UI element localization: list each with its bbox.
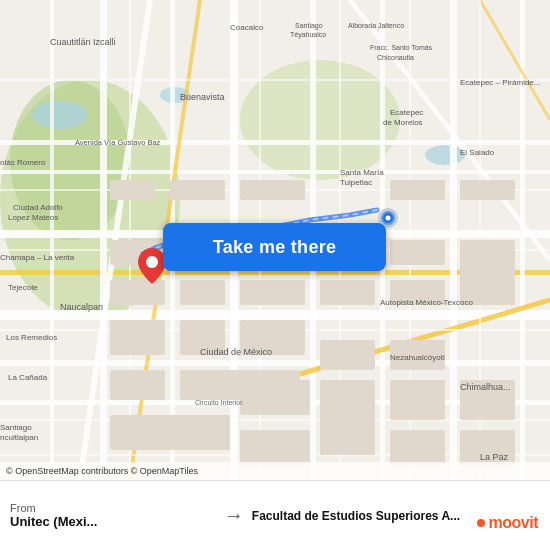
svg-rect-48 [390,240,445,265]
svg-rect-67 [240,430,310,465]
svg-text:La Cañada: La Cañada [8,373,48,382]
svg-text:El Salado: El Salado [460,148,495,157]
svg-text:Santiago: Santiago [295,22,323,30]
svg-rect-14 [100,0,107,480]
svg-text:Santiago: Santiago [0,423,32,432]
svg-rect-51 [460,240,515,305]
svg-rect-54 [320,340,375,370]
svg-text:Téyahualco: Téyahualco [290,31,326,39]
svg-text:Lopez Mateos: Lopez Mateos [8,213,58,222]
svg-rect-52 [110,370,165,400]
take-me-there-button[interactable]: Take me there [163,223,386,271]
svg-rect-43 [240,280,305,305]
take-me-there-label: Take me there [213,237,337,258]
svg-text:Chamapa – La venta: Chamapa – La venta [0,253,75,262]
svg-text:Ecatepec: Ecatepec [390,108,423,117]
svg-text:Ecatepec – Pirámide...: Ecatepec – Pirámide... [460,78,540,87]
svg-rect-60 [460,180,515,200]
svg-text:Ciudad Adolfo: Ciudad Adolfo [13,203,63,212]
svg-text:olás Romero: olás Romero [0,158,46,167]
svg-text:Chimalhua...: Chimalhua... [460,382,511,392]
moovit-dot [477,519,485,527]
svg-rect-13 [0,170,550,174]
moovit-logo: moovit [477,514,538,532]
svg-point-4 [32,101,88,129]
svg-point-103 [386,216,391,221]
svg-rect-49 [320,280,375,305]
svg-text:Autopista México-Texcoco: Autopista México-Texcoco [380,298,473,307]
svg-text:La Paz: La Paz [480,452,509,462]
from-name: Unitec (Mexi... [10,514,216,529]
svg-rect-19 [450,0,457,480]
svg-rect-42 [180,280,225,305]
moovit-brand-text: moovit [489,514,538,532]
svg-rect-59 [390,180,445,200]
svg-text:Nezahualcóyotl: Nezahualcóyotl [390,353,445,362]
svg-text:Los Remedios: Los Remedios [6,333,57,342]
route-arrow: → [216,504,252,527]
svg-rect-10 [0,360,550,366]
bottom-bar: From Unitec (Mexi... → Facultad de Estud… [0,480,550,550]
svg-text:Fracc. Santo Tomás: Fracc. Santo Tomás [370,44,433,51]
svg-text:Naucalpan: Naucalpan [60,302,103,312]
arrow-icon: → [224,504,244,527]
svg-point-104 [146,256,158,268]
svg-text:Tulpetlac: Tulpetlac [340,178,372,187]
from-label: From [10,502,216,514]
svg-text:Avenida Vía Gustavo Baz: Avenida Vía Gustavo Baz [75,138,161,147]
svg-text:Santa María: Santa María [340,168,384,177]
osm-attribution-text: © OpenStreetMap contributors © OpenMapTi… [6,466,198,476]
svg-rect-56 [110,180,155,200]
svg-text:Ciudad de México: Ciudad de México [200,347,272,357]
svg-rect-68 [110,415,230,450]
svg-text:Circuito Interior: Circuito Interior [195,399,243,406]
svg-text:Coacalco: Coacalco [230,23,264,32]
svg-text:Cuautitlán Izcalli: Cuautitlán Izcalli [50,37,116,47]
svg-text:Tejecote: Tejecote [8,283,38,292]
svg-text:Buenavista: Buenavista [180,92,225,102]
map-container: Cuautitlán Izcalli Coacalco Fracc. Santo… [0,0,550,480]
svg-text:Alborada Jaltenco: Alborada Jaltenco [348,22,404,29]
svg-rect-65 [320,380,375,455]
svg-text:de Morelos: de Morelos [383,118,423,127]
svg-text:ncuitlalpan: ncuitlalpan [0,433,38,442]
svg-point-6 [425,145,465,165]
svg-rect-21 [50,0,54,480]
svg-rect-58 [240,180,305,200]
map-attribution: © OpenStreetMap contributors © OpenMapTi… [0,462,550,480]
svg-rect-66 [240,380,310,415]
svg-rect-61 [390,380,445,420]
svg-text:Chiconautla: Chiconautla [377,54,414,61]
svg-point-3 [240,60,400,180]
destination-pin [138,248,166,288]
svg-rect-64 [390,430,445,465]
svg-rect-57 [170,180,225,200]
from-station: From Unitec (Mexi... [10,502,216,529]
svg-rect-44 [110,320,165,355]
